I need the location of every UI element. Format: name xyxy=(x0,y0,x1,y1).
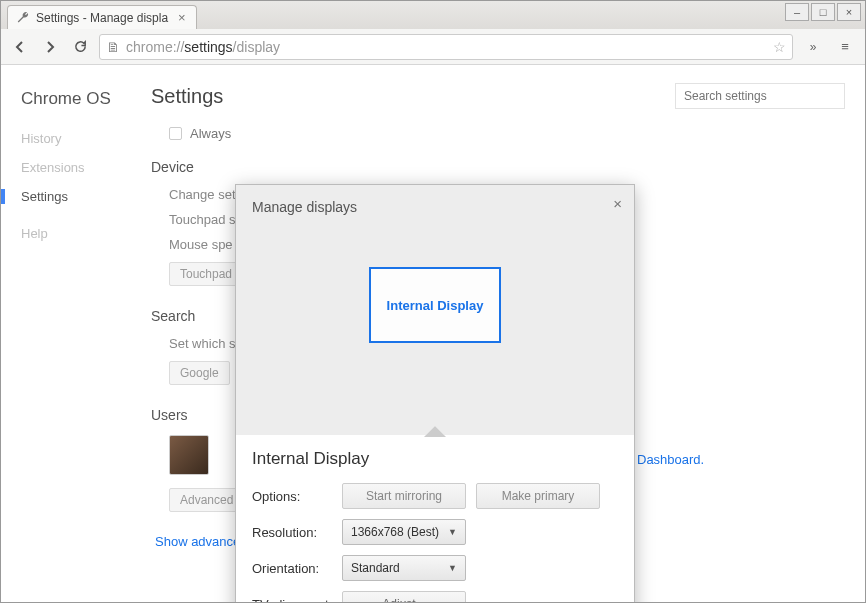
selected-display-heading: Internal Display xyxy=(252,449,618,469)
advanced-sync-button[interactable]: Advanced xyxy=(169,488,244,512)
minimize-button[interactable]: – xyxy=(785,3,809,21)
page-icon: 🗎 xyxy=(106,39,120,55)
always-show-row[interactable]: Always xyxy=(169,126,845,141)
nav-settings[interactable]: Settings xyxy=(1,189,151,204)
options-label: Options: xyxy=(252,489,342,504)
resolution-select[interactable]: 1366x768 (Best) ▼ xyxy=(342,519,466,545)
always-show-label: Always xyxy=(190,126,231,141)
orientation-value: Standard xyxy=(351,561,400,575)
google-button[interactable]: Google xyxy=(169,361,230,385)
chevron-down-icon: ▼ xyxy=(448,563,457,573)
dialog-title: Manage displays xyxy=(252,199,618,215)
content-area: Chrome OS History Extensions Settings He… xyxy=(1,65,865,602)
wrench-icon xyxy=(16,11,30,25)
dialog-preview-area: Manage displays × Internal Display xyxy=(236,185,634,435)
close-window-button[interactable]: × xyxy=(837,3,861,21)
user-avatar[interactable] xyxy=(169,435,209,475)
device-heading: Device xyxy=(151,159,845,175)
dialog-close-icon[interactable]: × xyxy=(613,195,622,212)
os-title: Chrome OS xyxy=(21,89,151,109)
dashboard-link[interactable]: Dashboard. xyxy=(637,452,704,467)
dialog-body: Internal Display Options: Start mirrorin… xyxy=(236,435,634,602)
nav-extensions[interactable]: Extensions xyxy=(21,160,151,175)
tv-alignment-row: TV alignment: Adjust... xyxy=(252,591,618,602)
forward-button[interactable] xyxy=(39,36,61,58)
toolbar: 🗎 chrome://settings/display ☆ » ≡ xyxy=(1,29,865,65)
start-mirroring-button[interactable]: Start mirroring xyxy=(342,483,466,509)
url-text: chrome://settings/display xyxy=(126,39,280,55)
bookmark-star-icon[interactable]: ☆ xyxy=(773,39,786,55)
overflow-button[interactable]: » xyxy=(801,35,825,59)
orientation-row: Orientation: Standard ▼ xyxy=(252,555,618,581)
resolution-label: Resolution: xyxy=(252,525,342,540)
manage-displays-dialog: Manage displays × Internal Display Inter… xyxy=(235,184,635,602)
tab-title: Settings - Manage displa xyxy=(36,11,168,25)
display-arrangement-area[interactable]: Internal Display xyxy=(252,215,618,395)
chevron-down-icon: ▼ xyxy=(448,527,457,537)
resolution-value: 1366x768 (Best) xyxy=(351,525,439,539)
browser-tab[interactable]: Settings - Manage displa × xyxy=(7,5,197,29)
options-row: Options: Start mirroring Make primary xyxy=(252,483,618,509)
tab-close-icon[interactable]: × xyxy=(178,10,186,25)
adjust-button[interactable]: Adjust... xyxy=(342,591,466,602)
app-window: Settings - Manage displa × – □ × 🗎 chrom… xyxy=(0,0,866,603)
sidebar: Chrome OS History Extensions Settings He… xyxy=(1,65,151,602)
maximize-button[interactable]: □ xyxy=(811,3,835,21)
titlebar: Settings - Manage displa × – □ × xyxy=(1,1,865,29)
orientation-select[interactable]: Standard ▼ xyxy=(342,555,466,581)
internal-display-box[interactable]: Internal Display xyxy=(369,267,501,343)
nav-history[interactable]: History xyxy=(21,131,151,146)
reload-button[interactable] xyxy=(69,36,91,58)
touchpad-settings-button[interactable]: Touchpad xyxy=(169,262,243,286)
address-bar[interactable]: 🗎 chrome://settings/display ☆ xyxy=(99,34,793,60)
search-settings-input[interactable] xyxy=(675,83,845,109)
window-buttons: – □ × xyxy=(783,3,861,21)
make-primary-button[interactable]: Make primary xyxy=(476,483,600,509)
menu-button[interactable]: ≡ xyxy=(833,35,857,59)
pointer-notch-icon xyxy=(425,426,445,436)
back-button[interactable] xyxy=(9,36,31,58)
nav-help[interactable]: Help xyxy=(21,226,151,241)
orientation-label: Orientation: xyxy=(252,561,342,576)
resolution-row: Resolution: 1366x768 (Best) ▼ xyxy=(252,519,618,545)
checkbox-icon[interactable] xyxy=(169,127,182,140)
tv-alignment-label: TV alignment: xyxy=(252,597,342,603)
